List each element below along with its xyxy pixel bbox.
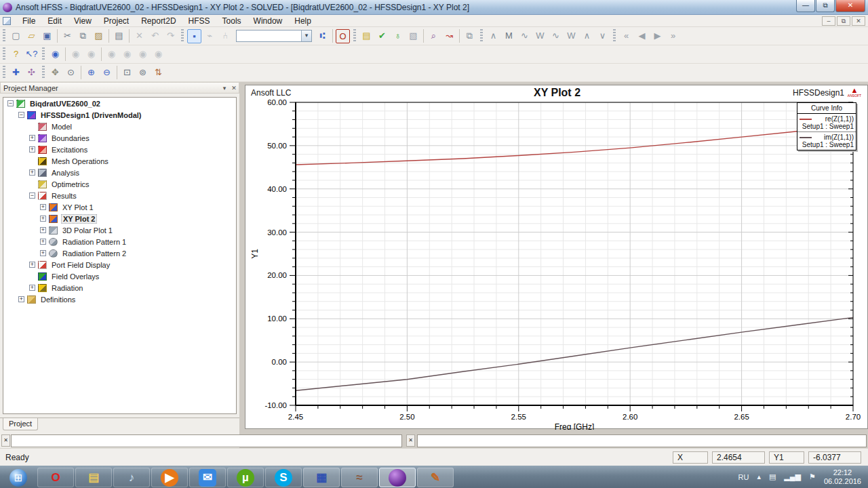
tray-clock[interactable]: 22:12 06.02.2016	[824, 468, 861, 486]
tree-item-3d-polar-plot-1[interactable]: +3D Polar Plot 1	[3, 224, 236, 236]
last-frame-icon[interactable]: »	[666, 29, 680, 43]
tree-item-boundaries[interactable]: +Boundaries	[3, 132, 236, 144]
expand-toggle-icon[interactable]: +	[18, 296, 24, 302]
tree-item-field-overlays[interactable]: Field Overlays	[3, 270, 236, 282]
validate-icon[interactable]: ▪	[187, 29, 201, 43]
taskbar-opera[interactable]: O	[37, 468, 74, 487]
wave-down-icon[interactable]: ∨	[595, 29, 610, 43]
tree-item-optimetrics[interactable]: Optimetrics	[3, 178, 236, 190]
panel-close-icon[interactable]: ✕	[229, 85, 239, 92]
tree-item-xy-plot-1[interactable]: +XY Plot 1	[3, 201, 236, 213]
progress-panel-close-icon[interactable]: ✕	[406, 434, 415, 447]
tree-item-definitions[interactable]: +Definitions	[3, 293, 236, 305]
zoom-window-icon[interactable]: ⊡	[120, 66, 134, 80]
messages-icon[interactable]: ▤	[359, 29, 374, 43]
zoom-in-icon[interactable]: ⊕	[84, 66, 98, 80]
undo-icon[interactable]: ↶	[148, 29, 162, 43]
network-icon[interactable]: ▂▄▆	[784, 472, 801, 481]
solution-tree-icon[interactable]: ⑃	[218, 29, 233, 43]
expand-toggle-icon[interactable]: −	[18, 112, 24, 118]
taskbar-utorrent[interactable]: µ	[227, 468, 264, 487]
restore-button[interactable]: ⧉	[816, 0, 835, 12]
menu-edit[interactable]: Edit	[41, 16, 68, 26]
tree-item-hfssdesign1-drivenmodal[interactable]: −HFSSDesign1 (DrivenModal)	[3, 109, 236, 121]
dynamic-zoom-icon[interactable]: ⊙	[64, 66, 78, 80]
expand-toggle-icon[interactable]: +	[40, 239, 46, 245]
taskbar-paint[interactable]: ✎	[417, 468, 454, 487]
tree-item-mesh-operations[interactable]: Mesh Operations	[3, 155, 236, 167]
curve-info-legend[interactable]: Curve Info re(Z(1,1))Setup1 : Sweep1im(Z…	[797, 102, 856, 150]
menu-hfss[interactable]: HFSS	[182, 16, 216, 26]
wave-up-icon[interactable]: ∧	[580, 29, 594, 43]
hide-active-icon[interactable]: ◉	[104, 47, 119, 62]
boolean-subtract-icon[interactable]: ✚	[9, 66, 23, 80]
progress-panel[interactable]	[417, 434, 867, 447]
menu-help[interactable]: Help	[288, 16, 317, 26]
redo-icon[interactable]: ↷	[163, 29, 178, 43]
expand-toggle-icon[interactable]: +	[40, 204, 46, 210]
expand-toggle-icon[interactable]: −	[29, 192, 35, 199]
start-button[interactable]: ⊞	[1, 468, 36, 487]
wave-w2-icon[interactable]: W	[564, 29, 578, 43]
menu-project[interactable]: Project	[98, 16, 135, 26]
tree-item-radiation[interactable]: +Radiation	[3, 282, 236, 293]
menu-tools[interactable]: Tools	[216, 16, 248, 26]
mdi-close-button[interactable]: ✕	[852, 16, 865, 26]
wave-peak-icon[interactable]: ∧	[486, 29, 500, 43]
taskbar-skype[interactable]: S	[265, 468, 302, 487]
tree-item-results[interactable]: −Results	[3, 190, 236, 201]
results-doc-icon[interactable]: ▧	[406, 29, 420, 43]
minimize-button[interactable]: —	[796, 0, 815, 12]
zoom-out-icon[interactable]: ⊖	[100, 66, 114, 80]
next-frame-icon[interactable]: ▶	[650, 29, 665, 43]
wave-w-icon[interactable]: W	[533, 29, 547, 43]
rotate-3d-icon[interactable]: ✣	[24, 66, 39, 80]
taskbar-mail[interactable]: ✉	[189, 468, 226, 487]
show-all-view-icon[interactable]: ◉	[151, 47, 165, 62]
hide-selection-icon[interactable]: ◉	[68, 47, 83, 62]
taskbar-save-tool[interactable]: ▦	[303, 468, 340, 487]
search-solution-icon[interactable]: ⌕	[427, 29, 441, 43]
tree-item-analysis[interactable]: +Analysis	[3, 167, 236, 178]
action-center-icon[interactable]: ▤	[769, 472, 776, 481]
variables-icon[interactable]: ⑆	[315, 29, 330, 43]
menu-view[interactable]: View	[68, 16, 98, 26]
mdi-minimize-button[interactable]: –	[822, 16, 835, 26]
taskbar-volume[interactable]: ♪	[113, 468, 150, 487]
tree-item-radiation-pattern-2[interactable]: +Radiation Pattern 2	[3, 247, 236, 259]
hidden-icons-arrow[interactable]: ▴	[757, 472, 761, 481]
menu-window[interactable]: Window	[248, 16, 289, 26]
mdi-restore-button[interactable]: ⧉	[837, 16, 850, 26]
copy-icon[interactable]: ⧉	[76, 29, 90, 43]
fit-view-icon[interactable]: ⊚	[136, 66, 150, 80]
tree-item-model[interactable]: Model	[3, 121, 236, 132]
report-curve-icon[interactable]: ↝	[442, 29, 456, 43]
paste-icon[interactable]: ▨	[92, 29, 106, 43]
panel-menu-icon[interactable]: ▾	[220, 85, 229, 92]
show-active-icon[interactable]: ◉	[120, 47, 134, 62]
help-topics-icon[interactable]: ?	[9, 47, 23, 62]
language-indicator[interactable]: RU	[738, 473, 749, 481]
flag-icon[interactable]: ⚑	[809, 472, 816, 481]
menu-report2d[interactable]: Report2D	[135, 16, 182, 26]
save-icon[interactable]: ▣	[40, 29, 54, 43]
tree-item-biqdratuve2600-02[interactable]: −BiqdratUVE2600_02	[3, 98, 236, 109]
first-frame-icon[interactable]: «	[619, 29, 633, 43]
expand-toggle-icon[interactable]: +	[29, 262, 35, 268]
delete-icon[interactable]: ✕	[132, 29, 146, 43]
close-button[interactable]: ✕	[835, 0, 865, 12]
expand-toggle-icon[interactable]: −	[7, 100, 14, 106]
taskbar-media-player[interactable]: ▶	[151, 468, 188, 487]
tree-item-excitations[interactable]: +Excitations	[3, 144, 236, 155]
open-file-icon[interactable]: ▱	[24, 29, 39, 43]
show-selection-icon[interactable]: ◉	[84, 47, 98, 62]
print-icon[interactable]: ▤	[112, 29, 126, 43]
copy-image-icon[interactable]: ⧉	[462, 29, 477, 43]
wave-m3-icon[interactable]: ∿	[549, 29, 563, 43]
expand-toggle-icon[interactable]: +	[29, 146, 35, 152]
validation-check-icon[interactable]: ✔	[375, 29, 389, 43]
run-analysis-icon[interactable]: ♁	[391, 29, 405, 43]
pan-icon[interactable]: ✥	[48, 66, 62, 80]
prev-frame-icon[interactable]: ◀	[635, 29, 649, 43]
expand-toggle-icon[interactable]: +	[40, 250, 46, 256]
